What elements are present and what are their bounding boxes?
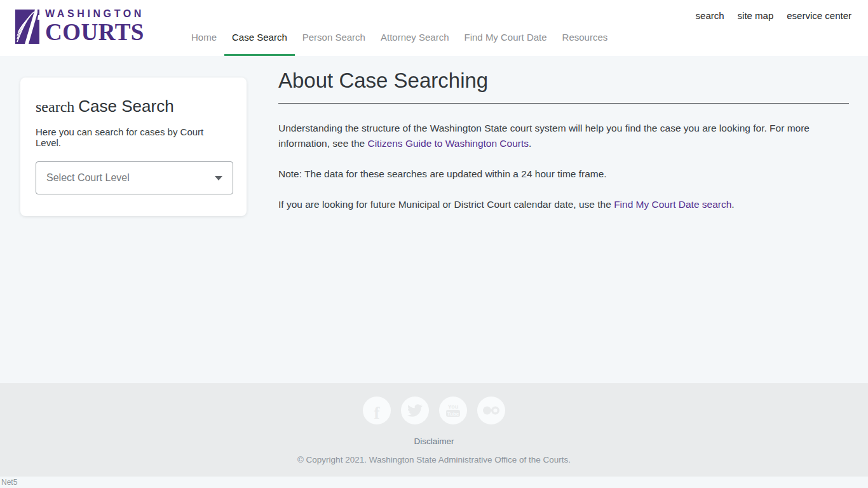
paragraph-court-date: If you are looking for future Municipal …	[278, 197, 849, 212]
p1-text-before: Understanding the structure of the Washi…	[278, 123, 810, 149]
nav-item-find-my-court-date[interactable]: Find My Court Date	[457, 32, 555, 56]
copyright-text: © Copyright 2021. Washington State Admin…	[0, 455, 868, 464]
nav-item-resources[interactable]: Resources	[555, 32, 616, 56]
youtube-link[interactable]: You Tube	[439, 396, 467, 424]
search-icon: search	[36, 98, 74, 115]
svg-text:Tube: Tube	[447, 411, 459, 417]
p3-text-before: If you are looking for future Municipal …	[278, 199, 614, 210]
flickr-link[interactable]	[477, 396, 505, 424]
case-search-card-title: searchCase Search	[36, 97, 231, 116]
status-bar-text: Net5	[1, 478, 17, 487]
twitter-icon	[407, 403, 423, 418]
chevron-down-icon	[215, 176, 222, 180]
court-level-select-value: Select Court Level	[46, 172, 130, 184]
utility-link-search[interactable]: search	[696, 10, 724, 21]
utility-nav: search site map eservice center	[696, 10, 851, 21]
case-search-card-description: Here you can search for cases by Court L…	[36, 126, 231, 148]
twitter-link[interactable]	[401, 396, 429, 424]
court-level-select[interactable]: Select Court Level	[36, 161, 233, 194]
paragraph-structure: Understanding the structure of the Washi…	[278, 121, 849, 151]
citizens-guide-link[interactable]: Citizens Guide to Washington Courts	[367, 138, 529, 149]
case-search-card-title-text: Case Search	[78, 97, 173, 116]
svg-text:You: You	[448, 403, 458, 410]
page-content: About Case Searching Understanding the s…	[278, 69, 849, 227]
p3-text-after: .	[731, 199, 734, 210]
facebook-link[interactable]: f	[363, 396, 391, 424]
nav-item-attorney-search[interactable]: Attorney Search	[373, 32, 457, 56]
main-area: searchCase Search Here you can search fo…	[0, 56, 868, 383]
logo-washington-text: WASHINGTON	[45, 9, 144, 19]
social-links: f You Tube	[0, 396, 868, 424]
logo-text: WASHINGTON COURTS	[45, 9, 144, 44]
p1-text-after: .	[529, 138, 531, 149]
utility-link-eservice-center[interactable]: eservice center	[787, 10, 851, 21]
main-nav: Home Case Search Person Search Attorney …	[184, 32, 615, 56]
facebook-icon: f	[374, 405, 380, 422]
courts-logo-icon	[15, 10, 39, 44]
nav-item-home[interactable]: Home	[184, 32, 224, 56]
site-footer: f You Tube Disclaimer © Copyright 2021. …	[0, 383, 868, 477]
flickr-icon	[482, 405, 500, 416]
page-title: About Case Searching	[278, 69, 849, 104]
case-search-card: searchCase Search Here you can search fo…	[20, 78, 247, 216]
washington-courts-logo[interactable]: WASHINGTON COURTS	[15, 9, 144, 44]
nav-item-case-search[interactable]: Case Search	[224, 32, 295, 56]
disclaimer-link[interactable]: Disclaimer	[414, 437, 454, 446]
nav-item-person-search[interactable]: Person Search	[295, 32, 373, 56]
site-header: WASHINGTON COURTS search site map eservi…	[0, 0, 868, 56]
find-my-court-date-link[interactable]: Find My Court Date search	[614, 199, 731, 210]
utility-link-site-map[interactable]: site map	[738, 10, 774, 21]
youtube-icon: You Tube	[445, 402, 461, 419]
paragraph-note: Note: The data for these searches are up…	[278, 166, 849, 182]
status-bar: Net5	[0, 477, 868, 488]
logo-courts-text: COURTS	[45, 20, 144, 44]
